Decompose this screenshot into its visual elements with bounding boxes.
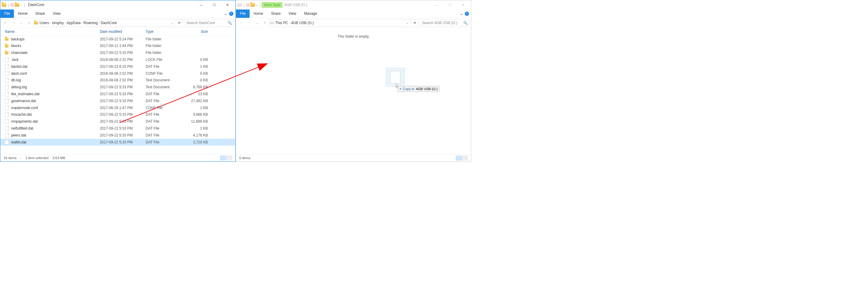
forward-button[interactable]: →	[10, 19, 17, 27]
cell-name: fee_estimates.dat	[11, 92, 100, 96]
file-row[interactable]: dash.conf2016-08-08 2:32 PMCONF File0 KB	[0, 70, 236, 77]
minimize-button[interactable]: —	[195, 1, 208, 9]
breadcrumb-part[interactable]: strophy	[51, 21, 65, 25]
file-row[interactable]: .lock2016-08-08 2:32 PMLOCK File0 KB	[0, 56, 236, 63]
details-view-button[interactable]	[220, 156, 226, 160]
file-row[interactable]: mncache.dat2017-09-22 5:33 PMDAT File5,6…	[0, 111, 236, 118]
tab-view[interactable]: View	[284, 9, 300, 18]
expand-ribbon-icon[interactable]: ⌄	[224, 11, 227, 16]
tab-home[interactable]: Home	[250, 9, 267, 18]
empty-folder-message: This folder is empty.	[236, 28, 471, 39]
file-icon	[5, 105, 11, 110]
cell-name: banlist.dat	[11, 64, 100, 69]
breadcrumb-part[interactable]: AppData	[66, 21, 82, 25]
cell-date: 2016-08-08 2:32 PM	[100, 58, 146, 62]
tab-file[interactable]: File	[236, 9, 250, 18]
cell-date: 2017-09-22 5:33 PM	[100, 51, 146, 55]
details-view-button[interactable]	[456, 156, 461, 160]
thumbnails-view-button[interactable]	[227, 156, 232, 160]
minimize-button[interactable]: —	[430, 1, 443, 9]
tab-share[interactable]: Share	[31, 9, 49, 18]
view-switcher	[456, 156, 468, 160]
file-row[interactable]: masternode.conf2017-06-29 1:47 PMCONF Fi…	[0, 104, 236, 111]
maximize-button[interactable]: ☐	[444, 1, 457, 9]
address-bar[interactable]: › This PC › 4GB USB (G:) ⌄	[269, 19, 411, 27]
help-icon[interactable]: ?	[465, 11, 469, 16]
search-input[interactable]: Search 4GB USB (G:) 🔍	[420, 19, 469, 27]
breadcrumb-part[interactable]: This PC	[274, 21, 289, 25]
file-list[interactable]: backups2017-09-22 5:24 PMFile folderbloc…	[0, 36, 236, 154]
file-row[interactable]: governance.dat2017-09-22 5:33 PMDAT File…	[0, 98, 236, 105]
breadcrumb-part[interactable]: Users	[38, 21, 50, 25]
cell-type: DAT File	[146, 140, 188, 144]
svg-rect-0	[11, 4, 13, 6]
search-placeholder: Search DashCore	[186, 21, 215, 25]
cell-type: File folder	[146, 51, 188, 55]
address-dropdown-icon[interactable]: ⌄	[404, 22, 410, 24]
file-icon	[5, 78, 11, 82]
file-row[interactable]: netfulfilled.dat2017-09-22 5:33 PMDAT Fi…	[0, 125, 236, 132]
file-row[interactable]: debug.log2017-09-22 5:33 PMText Document…	[0, 84, 236, 91]
search-input[interactable]: Search DashCore 🔍	[185, 19, 234, 27]
back-button[interactable]: ←	[238, 19, 245, 27]
cell-size: 6,768 KB	[188, 85, 214, 89]
file-row[interactable]: db.log2016-08-08 2:32 PMText Document0 K…	[0, 77, 236, 84]
ribbon-tabs: File Home Share View Manage ⌄ ?	[236, 9, 471, 18]
ribbon-right: ⌄ ?	[460, 9, 471, 18]
tab-file[interactable]: File	[0, 9, 14, 18]
tab-share[interactable]: Share	[267, 9, 284, 18]
tab-manage[interactable]: Manage	[300, 9, 321, 18]
context-tab-drive-tools[interactable]: Drive Tools	[262, 2, 283, 8]
close-button[interactable]: ✕	[221, 1, 234, 9]
up-button[interactable]: ↑	[261, 19, 269, 27]
file-row[interactable]: peers.dat2017-09-22 5:33 PMDAT File4,176…	[0, 132, 236, 139]
help-icon[interactable]: ?	[229, 11, 233, 16]
tab-view[interactable]: View	[49, 9, 64, 18]
breadcrumb-part[interactable]: DashCore	[100, 21, 118, 25]
properties-icon[interactable]	[246, 3, 250, 7]
file-row[interactable]: fee_estimates.dat2017-09-22 5:33 PMDAT F…	[0, 91, 236, 98]
file-row[interactable]: chainstate2017-09-22 5:33 PMFile folder	[0, 49, 236, 56]
address-dropdown-icon[interactable]: ⌄	[169, 22, 174, 24]
back-button[interactable]: ←	[2, 19, 9, 27]
cell-size: 23 KB	[188, 92, 214, 96]
new-folder-icon[interactable]	[15, 3, 19, 7]
properties-icon[interactable]	[10, 3, 14, 7]
qat-dropdown-icon[interactable]: ⌄	[20, 3, 22, 7]
content-area[interactable]: This folder is empty. + Copy to 4GB USB …	[236, 28, 471, 154]
close-button[interactable]: ✕	[457, 1, 470, 9]
forward-button[interactable]: →	[246, 19, 253, 27]
new-folder-icon[interactable]	[250, 3, 255, 7]
folder-icon	[5, 38, 11, 41]
column-size[interactable]: Size	[188, 30, 214, 34]
tab-home[interactable]: Home	[14, 9, 31, 18]
cell-date: 2017-09-22 5:33 PM	[100, 140, 146, 144]
expand-ribbon-icon[interactable]: ⌄	[460, 11, 463, 16]
selection-size: 3.63 MB	[53, 156, 65, 160]
window-title: DashCore	[28, 3, 44, 7]
breadcrumb-part[interactable]: 4GB USB (G:)	[290, 21, 315, 25]
refresh-button[interactable]: ⟳	[411, 19, 418, 27]
file-row[interactable]: mnpayments.dat2017-09-22 5:33 PMDAT File…	[0, 118, 236, 125]
file-icon	[5, 64, 11, 69]
up-button[interactable]: ↑	[26, 19, 33, 27]
qat-dropdown-icon[interactable]: ⌄	[255, 3, 258, 7]
file-icon	[5, 85, 11, 90]
file-row[interactable]: wallet.dat2017-09-22 5:33 PMDAT File3,72…	[0, 139, 236, 145]
refresh-button[interactable]: ⟳	[176, 19, 183, 27]
cell-name: peers.dat	[11, 133, 100, 137]
maximize-button[interactable]: ☐	[208, 1, 221, 9]
thumbnails-view-button[interactable]	[462, 156, 467, 160]
recent-dropdown-icon[interactable]: ⌄	[18, 19, 25, 27]
recent-dropdown-icon[interactable]: ⌄	[253, 19, 261, 27]
column-type[interactable]: Type	[146, 30, 188, 34]
file-row[interactable]: banlist.dat2017-06-23 6:15 PMDAT File1 K…	[0, 63, 236, 70]
column-date[interactable]: Date modified	[100, 30, 146, 34]
address-bar[interactable]: › Users › strophy › AppData › Roaming › …	[33, 19, 175, 27]
navigation-bar: ← → ⌄ ↑ › Users › strophy › AppData › Ro…	[0, 18, 236, 28]
file-row[interactable]: blocks2017-09-12 2:44 PMFile folder	[0, 42, 236, 49]
file-icon	[5, 99, 11, 103]
file-row[interactable]: backups2017-09-22 5:24 PMFile folder	[0, 36, 236, 42]
column-name[interactable]: Name▴	[5, 30, 100, 34]
breadcrumb-part[interactable]: Roaming	[82, 21, 98, 25]
